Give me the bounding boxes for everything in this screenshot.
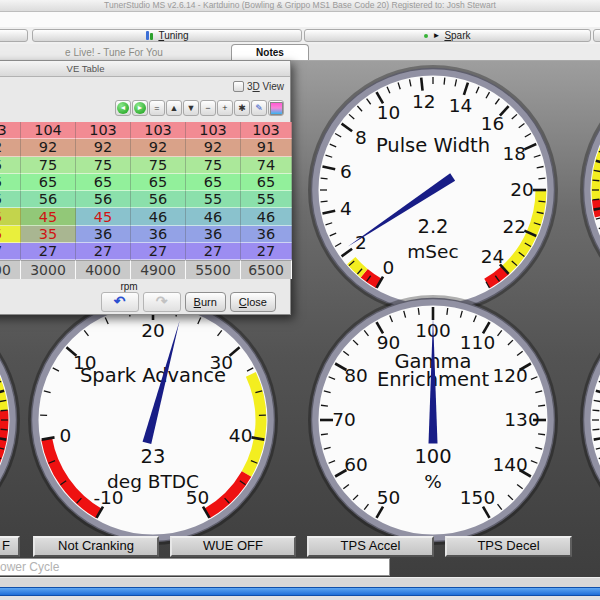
window-title: TunerStudio MS v2.6.14 - Kartduino (Bowl… (104, 0, 496, 10)
ve-cell[interactable]: 103 (0, 122, 21, 139)
gauge-value: 100 (414, 445, 451, 468)
ve-cell[interactable]: 27 (186, 243, 241, 260)
ve-cell[interactable]: 103 (241, 122, 292, 139)
rpm-axis-cell: 2000 (0, 260, 21, 279)
increase-icon-button[interactable]: ▲ (166, 100, 182, 116)
ve-cell[interactable]: 55 (241, 191, 292, 208)
gauge-scale-label: 10 (377, 102, 401, 123)
ve-cell[interactable]: 35 (21, 226, 76, 243)
ve-cell[interactable]: 75 (21, 157, 76, 174)
ve-cell[interactable]: 75 (186, 157, 241, 174)
ve-cell[interactable]: 55 (0, 191, 21, 208)
decrease-icon-button[interactable]: ▼ (183, 100, 199, 116)
ve-cell[interactable]: 45 (0, 208, 21, 225)
ve-cell[interactable]: 36 (131, 226, 186, 243)
rpm-axis-cell: 4900 (131, 260, 186, 279)
bottom-strip (0, 596, 600, 600)
ve-cell[interactable]: 36 (76, 226, 131, 243)
multiply-icon-button[interactable]: ✱ (234, 100, 250, 116)
ve-cell[interactable]: 65 (0, 174, 21, 191)
set-equal-icon-button[interactable]: = (149, 100, 165, 116)
gauge-scale-label: 14 (449, 95, 473, 116)
ve-cell[interactable]: 46 (241, 208, 292, 225)
ve-cell[interactable]: 74 (241, 157, 292, 174)
edit-pencil-icon-button[interactable]: ✎ (251, 100, 267, 116)
ve-cell[interactable]: 27 (0, 243, 21, 260)
ve-cell[interactable]: 56 (131, 191, 186, 208)
rpm-axis-cell: 3000 (21, 260, 76, 279)
gauge-scale-label: 50 (377, 487, 401, 508)
ve-cell[interactable]: 56 (76, 191, 131, 208)
ve-cell[interactable]: 45 (21, 208, 76, 225)
ve-cell[interactable]: 104 (21, 122, 76, 139)
ve-cell[interactable]: 65 (21, 174, 76, 191)
view-3d-label: 3D View (247, 81, 284, 92)
ve-table-titlebar[interactable]: VE Table (0, 61, 290, 77)
ve-table-window: VE Table 3D View ◄►=▲▼−+✱✎ 1031041031031… (0, 60, 291, 315)
ve-cell[interactable]: 27 (241, 243, 292, 260)
colormap-icon (270, 102, 283, 115)
ve-cell[interactable]: 45 (76, 208, 131, 225)
ve-cell[interactable]: 35 (0, 226, 21, 243)
tab-notes[interactable]: Notes (231, 44, 309, 60)
ve-cell[interactable]: 92 (186, 139, 241, 156)
gauge-gamma-enrichment: 5060708090100110120130140150GammaEnrichm… (305, 292, 561, 548)
undo-button[interactable]: ↶ (101, 292, 139, 312)
ve-cell[interactable]: 75 (76, 157, 131, 174)
ve-cell[interactable]: 46 (131, 208, 186, 225)
ve-cell[interactable]: 27 (76, 243, 131, 260)
gauge-scale-label: 18 (503, 143, 527, 164)
ve-cell[interactable]: 36 (241, 226, 292, 243)
ve-cell[interactable]: 56 (21, 191, 76, 208)
minus-icon-button[interactable]: − (200, 100, 216, 116)
ve-cell[interactable]: 46 (186, 208, 241, 225)
ve-cell[interactable]: 103 (131, 122, 186, 139)
close-button[interactable]: Close (230, 292, 276, 312)
ve-cell[interactable]: 65 (186, 174, 241, 191)
ve-table-buttons: ↶ ↷ Burn Close (101, 292, 276, 312)
green-back-icon-button[interactable]: ◄ (115, 100, 131, 116)
ve-cell[interactable]: 91 (241, 139, 292, 156)
ve-cell[interactable]: 92 (21, 139, 76, 156)
ve-cell[interactable]: 36 (186, 226, 241, 243)
ve-cell[interactable]: 27 (131, 243, 186, 260)
ve-cell[interactable]: 75 (131, 157, 186, 174)
tab-tune-live[interactable]: e Live! - Tune For You (0, 45, 228, 60)
minus-icon: − (205, 103, 210, 113)
ve-cell[interactable]: 92 (0, 139, 21, 156)
ve-cell[interactable]: 103 (186, 122, 241, 139)
blue-bar (0, 587, 600, 596)
rpm-axis-cell: 6500 (241, 260, 292, 279)
dash-tab-partial-left[interactable] (0, 29, 28, 42)
ve-cell[interactable]: 92 (76, 139, 131, 156)
status-indicator-not-cranking: Not Cranking (33, 536, 159, 557)
redo-icon: ↷ (156, 293, 168, 309)
gauge-scale-label: 40 (229, 425, 253, 446)
gauge-pulse-width: 024681012141618202224Pulse Width2.2mSec (305, 62, 561, 318)
ve-cell[interactable]: 103 (76, 122, 131, 139)
message-field[interactable]: ower Cycle (0, 558, 390, 576)
ve-cell[interactable]: 92 (131, 139, 186, 156)
colormap-icon-button[interactable] (268, 100, 284, 116)
gauge-spark-advance: -1001020304050Spark Advance23deg BTDC (25, 292, 281, 548)
ve-table-row: 272727272727 (0, 243, 292, 260)
burn-button[interactable]: Burn (185, 292, 226, 312)
ve-cell[interactable]: 65 (76, 174, 131, 191)
ve-cell[interactable]: 75 (0, 157, 21, 174)
ve-cell[interactable]: 65 (241, 174, 292, 191)
rpm-axis-cell: 4000 (76, 260, 131, 279)
dash-tab-spark[interactable]: ► Spark (304, 29, 591, 42)
view-3d-checkbox[interactable] (233, 81, 244, 92)
gauge-units: % (424, 471, 442, 492)
dash-tab-tuning-label: Tuning (158, 30, 188, 41)
plus-icon-button[interactable]: + (217, 100, 233, 116)
dash-tab-tuning[interactable]: Tuning (32, 29, 302, 42)
window-titlebar: TunerStudio MS v2.6.14 - Kartduino (Bowl… (0, 0, 600, 12)
redo-button[interactable]: ↷ (143, 292, 181, 312)
ve-cell[interactable]: 27 (21, 243, 76, 260)
green-forward-icon-button[interactable]: ► (132, 100, 148, 116)
ve-cell[interactable]: 65 (131, 174, 186, 191)
dash-tab-partial-right[interactable] (593, 29, 600, 42)
gauge-partial-gauge-bottom-right (577, 292, 600, 548)
ve-cell[interactable]: 55 (186, 191, 241, 208)
